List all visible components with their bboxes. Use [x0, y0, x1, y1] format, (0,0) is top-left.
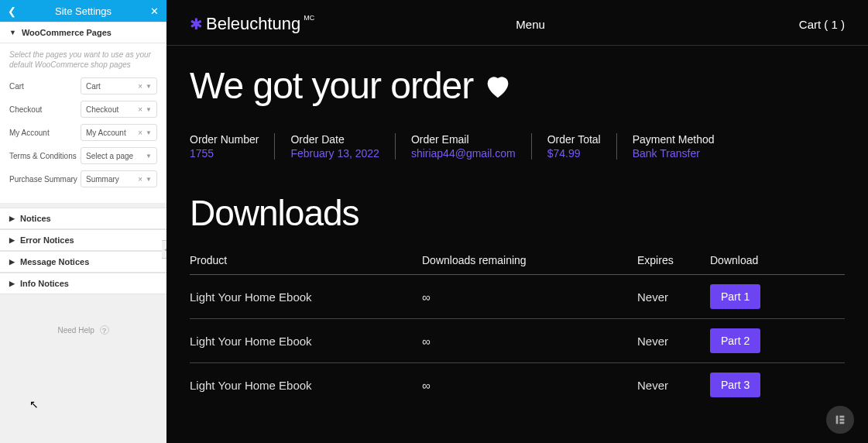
settings-sidebar: ❮ Site Settings ✕ ▼ WooCommerce Pages Se…: [0, 0, 166, 443]
th-expires: Expires: [637, 254, 710, 266]
cell-product: Light Your Home Ebook: [190, 290, 422, 304]
svg-rect-1: [839, 416, 844, 418]
cell-remaining: ∞: [422, 379, 637, 392]
caret-right-icon: ▶: [9, 258, 15, 266]
menu-link[interactable]: Menu: [516, 18, 545, 31]
svg-rect-0: [836, 416, 839, 424]
clear-icon[interactable]: ×: [135, 129, 146, 137]
download-button[interactable]: Part 3: [710, 373, 760, 397]
downloads-heading: Downloads: [166, 167, 868, 234]
panel-woocommerce-pages[interactable]: ▼ WooCommerce Pages: [0, 22, 166, 43]
panel-title: Info Notices: [20, 279, 69, 288]
table-row: Light Your Home Ebook ∞ Never Part 3: [190, 363, 845, 407]
panel-title: Error Notices: [20, 235, 74, 245]
clear-icon[interactable]: ×: [135, 105, 146, 114]
select-value: Checkout: [86, 105, 118, 114]
order-hero: We got your order: [166, 46, 868, 107]
th-remaining: Downloads remaining: [422, 254, 637, 266]
clear-icon[interactable]: ×: [135, 175, 146, 184]
brand-sup: MC: [304, 14, 314, 22]
row-cart: Cart Cart × ▼: [9, 77, 157, 94]
elementor-icon: [834, 414, 846, 426]
panel-title: WooCommerce Pages: [22, 28, 112, 37]
meta-value: shiriap44@gmail.com: [411, 147, 516, 160]
meta-order-date: Order Date February 13, 2022: [274, 133, 394, 160]
caret-right-icon: ▶: [9, 280, 15, 287]
heart-icon: [482, 70, 513, 101]
panel-title: Message Notices: [20, 257, 89, 266]
panel-message-notices[interactable]: ▶ Message Notices: [0, 251, 166, 273]
chevron-down-icon: ▼: [146, 106, 152, 113]
select-cart[interactable]: Cart × ▼: [81, 77, 157, 94]
row-terms: Terms & Conditions Select a page ▼: [9, 147, 157, 164]
row-purchase-summary: Purchase Summary Summary × ▼: [9, 170, 157, 187]
panel-notices[interactable]: ▶ Notices: [0, 208, 166, 229]
meta-order-total: Order Total $74.99: [531, 133, 616, 160]
sidebar-title: Site Settings: [16, 5, 150, 17]
caret-right-icon: ▶: [9, 215, 15, 222]
cart-link[interactable]: Cart ( 1 ): [799, 18, 845, 31]
panel-info-notices[interactable]: ▶ Info Notices: [0, 273, 166, 294]
meta-value: $74.99: [547, 147, 601, 160]
row-label: My Account: [9, 129, 81, 137]
meta-order-email: Order Email shiriap44@gmail.com: [395, 133, 531, 160]
close-icon[interactable]: ✕: [150, 5, 159, 17]
select-value: Cart: [86, 82, 101, 91]
cell-product: Light Your Home Ebook: [190, 335, 422, 348]
download-button[interactable]: Part 1: [710, 284, 760, 309]
meta-value: February 13, 2022: [290, 147, 379, 160]
need-help[interactable]: Need Help ?: [0, 325, 166, 335]
chevron-down-icon: ▼: [146, 129, 152, 136]
cell-expires: Never: [637, 335, 710, 348]
help-icon: ?: [100, 325, 109, 335]
site-header: ✱ BeleuchtungMC Menu Cart ( 1 ): [166, 0, 868, 46]
table-row: Light Your Home Ebook ∞ Never Part 2: [190, 319, 845, 363]
table-row: Light Your Home Ebook ∞ Never Part 1: [190, 275, 845, 319]
select-my-account[interactable]: My Account × ▼: [81, 124, 157, 141]
svg-rect-3: [839, 422, 844, 424]
cursor-icon: ↖: [29, 398, 39, 410]
select-checkout[interactable]: Checkout × ▼: [81, 101, 157, 118]
clear-icon[interactable]: ×: [135, 82, 146, 91]
row-checkout: Checkout Checkout × ▼: [9, 101, 157, 118]
meta-label: Order Date: [290, 133, 379, 146]
select-terms[interactable]: Select a page ▼: [81, 147, 157, 164]
chevron-down-icon: ▼: [146, 83, 152, 90]
star-icon: ✱: [190, 15, 203, 33]
cell-remaining: ∞: [422, 335, 637, 348]
select-purchase-summary[interactable]: Summary × ▼: [81, 170, 157, 187]
select-value: Summary: [86, 175, 119, 184]
download-button[interactable]: Part 2: [710, 328, 760, 353]
back-icon[interactable]: ❮: [8, 5, 16, 17]
cell-expires: Never: [637, 379, 710, 392]
meta-payment-method: Payment Method Bank Transfer: [616, 133, 730, 160]
select-value: Select a page: [86, 152, 133, 160]
cell-product: Light Your Home Ebook: [190, 379, 422, 392]
sidebar-header: ❮ Site Settings ✕: [0, 0, 166, 22]
row-label: Cart: [9, 82, 81, 91]
svg-rect-2: [839, 419, 844, 421]
cell-expires: Never: [637, 290, 710, 304]
chevron-down-icon: ▼: [146, 176, 152, 183]
elementor-button[interactable]: [826, 406, 854, 434]
select-value: My Account: [86, 129, 126, 137]
page-title: We got your order: [190, 64, 845, 107]
panel-body: Select the pages you want to use as your…: [0, 43, 166, 203]
panel-error-notices[interactable]: ▶ Error Notices: [0, 229, 166, 251]
row-label: Terms & Conditions: [9, 152, 81, 160]
need-help-label: Need Help: [57, 326, 94, 335]
caret-down-icon: ▼: [9, 29, 16, 36]
meta-label: Payment Method: [633, 133, 715, 146]
row-label: Checkout: [9, 105, 81, 114]
meta-value: 1755: [190, 147, 259, 160]
row-label: Purchase Summary: [9, 175, 81, 184]
chevron-down-icon: ▼: [146, 153, 152, 160]
downloads-table: Product Downloads remaining Expires Down…: [166, 234, 868, 407]
helper-text: Select the pages you want to use as your…: [9, 50, 157, 70]
caret-right-icon: ▶: [9, 236, 15, 244]
row-my-account: My Account My Account × ▼: [9, 124, 157, 141]
table-header: Product Downloads remaining Expires Down…: [190, 254, 845, 275]
meta-order-number: Order Number 1755: [190, 133, 274, 160]
site-logo[interactable]: ✱ BeleuchtungMC: [190, 14, 314, 34]
meta-label: Order Number: [190, 133, 259, 146]
